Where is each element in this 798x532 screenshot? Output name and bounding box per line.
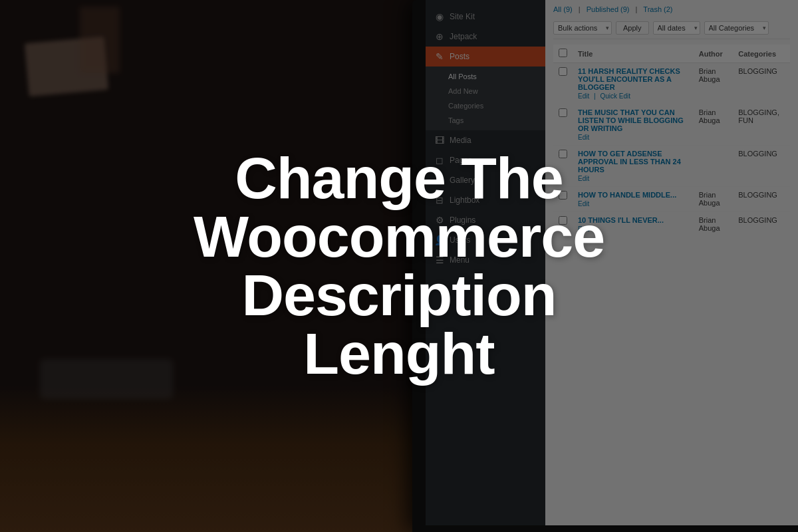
dark-overlay (0, 0, 798, 532)
